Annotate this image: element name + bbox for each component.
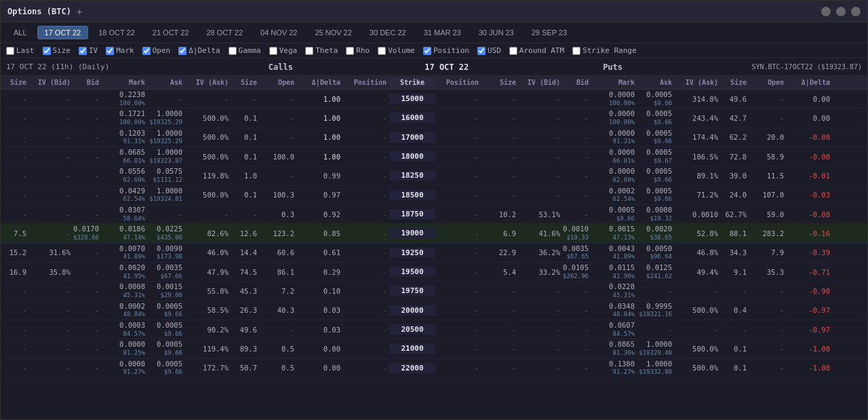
filter-theta-checkbox[interactable] — [305, 47, 313, 55]
p-ivask: 500.0% — [675, 363, 721, 373]
p-position: - — [435, 190, 481, 199]
p-ask: - — [637, 286, 675, 296]
filter-size[interactable]: Size — [43, 46, 71, 55]
p-ask: - — [637, 325, 675, 335]
filter-mark[interactable]: Mark — [106, 46, 134, 55]
filter-rho[interactable]: Rho — [346, 46, 370, 55]
minimize-button[interactable] — [821, 7, 831, 16]
c-position: - — [343, 286, 389, 296]
filter-gamma[interactable]: Gamma — [229, 46, 261, 55]
p-size2: 24.0 — [721, 190, 749, 199]
p-mark: 0.0000100.00% — [591, 90, 637, 108]
filter-usd[interactable]: USD — [477, 46, 501, 55]
p-open: 20.0 — [749, 132, 787, 142]
strike: 19000 — [389, 228, 435, 238]
c-position: - — [343, 152, 389, 161]
p-delta: -0.71 — [787, 267, 833, 277]
tab-25nov22[interactable]: 25 NOV 22 — [307, 26, 359, 39]
filter-mark-checkbox[interactable] — [106, 47, 114, 55]
filter-open-checkbox[interactable] — [142, 47, 151, 55]
tab-31mar23[interactable]: 31 MAR 23 — [416, 26, 469, 39]
strike: 22000 — [389, 363, 435, 373]
filter-iv[interactable]: IV — [79, 46, 98, 55]
p-open: - — [749, 344, 787, 354]
filter-usd-checkbox[interactable] — [477, 47, 486, 55]
p-ivask: 49.4% — [675, 267, 721, 277]
p-ask: 0.0005$9.66 — [637, 166, 675, 185]
filter-volume[interactable]: Volume — [378, 46, 415, 55]
p-bid: - — [563, 344, 591, 354]
tab-18oct22[interactable]: 18 OCT 22 — [91, 26, 142, 39]
filter-strike-range[interactable]: Strike Range — [572, 46, 636, 55]
c-ask: - — [148, 94, 185, 104]
c-ivask: 46.0% — [185, 248, 231, 257]
c-bid: - — [73, 94, 102, 104]
col-calls-mark: Mark — [102, 77, 148, 88]
p-ask: 0.0020$38.65 — [637, 224, 675, 242]
filter-position-checkbox[interactable] — [423, 47, 431, 55]
c-bid: - — [73, 210, 102, 219]
c-open: - — [260, 132, 297, 142]
p-size2: 39.0 — [721, 171, 749, 180]
filter-iv-checkbox[interactable] — [79, 47, 87, 55]
p-ivask: 500.0% — [675, 344, 721, 354]
col-puts-bid: Bid — [563, 77, 591, 88]
filter-position[interactable]: Position — [423, 46, 469, 55]
p-open: - — [749, 363, 787, 373]
filter-vega-checkbox[interactable] — [269, 47, 277, 55]
c-bid: - — [73, 286, 102, 296]
p-ivbid: - — [519, 152, 563, 161]
c-size: - — [1, 152, 29, 161]
strike: 20500 — [389, 324, 435, 335]
filter-open[interactable]: Open — [142, 46, 171, 55]
c-mark: 0.042962.54% — [102, 186, 148, 204]
tab-29sep23[interactable]: 29 SEP 23 — [524, 26, 574, 39]
c-position: - — [343, 190, 389, 199]
close-button[interactable] — [851, 7, 861, 16]
tab-all[interactable]: ALL — [6, 26, 35, 39]
col-calls-ivbid: IV (Bid) — [29, 77, 73, 88]
c-ivbid: - — [29, 171, 73, 180]
filter-vega[interactable]: Vega — [269, 46, 298, 55]
tab-04nov22[interactable]: 04 NOV 22 — [253, 26, 304, 39]
filter-gamma-checkbox[interactable] — [229, 47, 237, 55]
p-mark: 0.022845.31% — [591, 282, 637, 300]
filter-theta[interactable]: Theta — [305, 46, 338, 55]
filter-rho-checkbox[interactable] — [346, 47, 354, 55]
c-size2: 50.7 — [231, 363, 260, 373]
tab-17oct22[interactable]: 17 OCT 22 — [37, 26, 89, 39]
p-bid: - — [563, 113, 591, 123]
filter-strike-range-checkbox[interactable] — [572, 47, 580, 55]
c-position: - — [343, 305, 389, 315]
filter-volume-checkbox[interactable] — [378, 47, 386, 55]
p-position: - — [435, 305, 481, 315]
filter-size-checkbox[interactable] — [43, 47, 51, 55]
p-ask: 1.0000$19329.40 — [637, 339, 675, 358]
c-size: - — [1, 132, 29, 142]
maximize-button[interactable] — [836, 7, 846, 16]
filter-around-atm[interactable]: Around ATM — [509, 46, 564, 55]
tab-30jun23[interactable]: 30 JUN 23 — [471, 26, 521, 39]
c-delta: 0.97 — [297, 190, 343, 199]
p-open: - — [749, 94, 787, 104]
p-size2: 88.1 — [721, 229, 749, 238]
filter-delta-checkbox[interactable] — [178, 47, 186, 55]
p-size2: 9.1 — [721, 267, 749, 277]
tab-28oct22[interactable]: 28 OCT 22 — [199, 26, 250, 39]
filter-around-atm-checkbox[interactable] — [509, 47, 517, 55]
filter-delta[interactable]: Δ|Delta — [178, 46, 220, 55]
window-title: Options (BTC) — [7, 7, 71, 16]
c-bid: - — [73, 248, 102, 257]
p-bid: 0.0035$67.65 — [563, 244, 591, 262]
add-tab-button[interactable]: + — [77, 6, 82, 17]
tab-30dec22[interactable]: 30 DEC 22 — [362, 26, 414, 39]
c-bid: 0.0170$328.66 — [73, 224, 102, 242]
col-calls-size: Size — [1, 77, 29, 88]
tab-21oct22[interactable]: 21 OCT 22 — [145, 26, 197, 39]
p-ivbid: - — [519, 94, 563, 104]
filter-last[interactable]: Last — [6, 46, 35, 55]
p-size: - — [481, 171, 519, 180]
p-delta: -0.97 — [787, 305, 833, 315]
filter-last-checkbox[interactable] — [6, 47, 14, 55]
table-row: - - - 0.000081.25% 0.0005$9.66 119.4% 89… — [1, 339, 867, 358]
